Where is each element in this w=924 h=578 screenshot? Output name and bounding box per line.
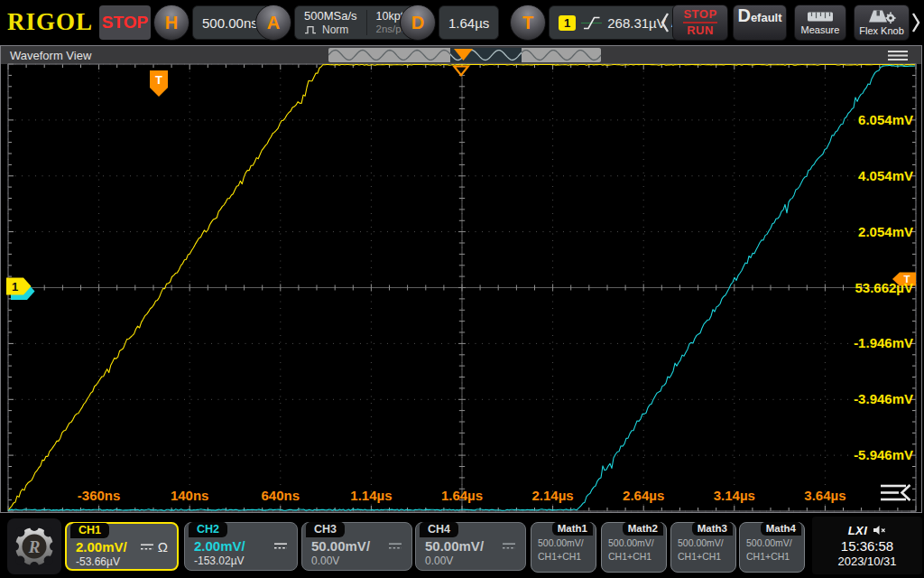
math-4-expression: CH1+CH1 [740, 551, 804, 562]
math-1-tab[interactable]: Math1 [552, 522, 593, 536]
pulse-icon [304, 25, 319, 34]
default-label-cap: D [737, 5, 750, 26]
channel-4-status[interactable]: CH4 50.00mV/ 0.00V [415, 522, 526, 571]
flex-knob-button[interactable]: Flex Knob [854, 5, 910, 41]
math-4-tab[interactable]: Math4 [761, 522, 801, 536]
stop-label: STOP [683, 7, 716, 23]
measure-button[interactable]: Measure [794, 5, 846, 41]
chevron-left-icon [660, 10, 670, 35]
waveform-navigator-scrollbar[interactable] [328, 48, 601, 62]
channel-3-offset: 0.00V [302, 555, 411, 567]
toolbar-scroll-left-button[interactable] [660, 10, 670, 35]
math-2-tab[interactable]: Math2 [623, 522, 663, 536]
system-status-panel[interactable]: LXI 15:36:58 2023/10/31 [812, 517, 922, 574]
horizontal-knob[interactable]: H [153, 5, 189, 41]
channel-3-scale: 50.00mV/ [311, 538, 370, 554]
dc-coupling-icon [502, 542, 516, 550]
flex-knob-label: Flex Knob [859, 25, 904, 36]
math-3-scale: 500.00mV/ [671, 537, 735, 548]
waveform-view-window: Waveform View [0, 45, 922, 513]
system-time: 15:36:58 [841, 538, 893, 554]
trigger-level-value: 268.31µV [607, 15, 666, 31]
oscilloscope-screen: RIGOL STOP H 500.00ns/ A 500MSa/s Norm 1… [0, 0, 924, 578]
impedance-label: Ω [158, 539, 168, 555]
channel-4-scale: 50.00mV/ [425, 538, 484, 554]
channel-3-status[interactable]: CH3 50.00mV/ 0.00V [301, 522, 412, 571]
delay-value[interactable]: 1.64µs [439, 5, 499, 40]
chevron-right-icon [910, 10, 921, 35]
dc-coupling-icon [140, 543, 154, 551]
delay-group: D 1.64µs [400, 5, 499, 41]
math-2-scale: 500.00mV/ [602, 537, 666, 548]
math-3-expression: CH1+CH1 [671, 551, 735, 562]
acquire-knob[interactable]: A [255, 5, 291, 41]
rigol-home-button[interactable]: R [7, 518, 61, 574]
rigol-logo: RIGOL [7, 8, 93, 36]
math-3-tab[interactable]: Math3 [692, 522, 733, 536]
trigger-knob[interactable]: T [510, 5, 546, 41]
channel-2-scale: 2.00mV/ [194, 538, 245, 554]
acquire-mode: Norm [322, 23, 348, 36]
math-2-expression: CH1+CH1 [602, 551, 666, 562]
channel-3-tab[interactable]: CH3 [306, 522, 345, 537]
acquisition-group: A 500MSa/s Norm 10kpts 2ns/pt [255, 5, 419, 41]
svg-text:R: R [28, 537, 41, 556]
titlebar-menu-icon[interactable] [887, 50, 909, 61]
system-date: 2023/10/31 [837, 555, 896, 568]
rising-edge-icon [581, 14, 602, 32]
horizontal-group: H 500.00ns/ [153, 5, 272, 41]
channel-2-offset: -153.02µV [185, 555, 297, 567]
speaker-muted-icon [873, 525, 886, 536]
dc-coupling-icon [388, 542, 402, 550]
top-toolbar: RIGOL STOP H 500.00ns/ A 500MSa/s Norm 1… [0, 0, 924, 45]
sample-rate: 500MSa/s [304, 9, 357, 23]
channel-2-tab[interactable]: CH2 [189, 522, 227, 537]
acquisition-status-badge[interactable]: STOP [99, 5, 151, 40]
ruler-icon [807, 11, 834, 23]
math-2-status[interactable]: Math2 500.00mV/ CH1+CH1 [601, 522, 667, 573]
lxi-label: LXI [848, 524, 868, 537]
channel-2-status[interactable]: CH2 2.00mV/ -153.02µV [184, 522, 298, 571]
channel-1-tab[interactable]: CH1 [70, 523, 109, 538]
channel-1-status[interactable]: CH1 2.00mV/ Ω -53.66µV [65, 522, 179, 571]
default-button[interactable]: Default [733, 5, 787, 41]
view-title: Waveform View [10, 49, 91, 62]
delay-knob[interactable]: D [400, 5, 436, 41]
math-1-scale: 500.00mV/ [531, 537, 596, 548]
channel-1-scale: 2.00mV/ [76, 539, 127, 555]
math-4-scale: 500.00mV/ [740, 537, 804, 548]
dc-coupling-icon [273, 542, 288, 550]
channel-4-offset: 0.00V [416, 555, 525, 567]
math-3-status[interactable]: Math3 500.00mV/ CH1+CH1 [670, 522, 736, 573]
stop-run-button[interactable]: STOP RUN [672, 5, 728, 41]
toolbar-scroll-right-button[interactable] [910, 10, 921, 35]
math-1-expression: CH1+CH1 [531, 551, 596, 562]
math-4-status[interactable]: Math4 500.00mV/ CH1+CH1 [739, 522, 805, 573]
math-1-status[interactable]: Math1 500.00mV/ CH1+CH1 [531, 522, 596, 573]
default-label-rest: efault [751, 11, 782, 24]
trigger-source-badge: 1 [559, 15, 576, 31]
gear-logo-icon: R [11, 523, 58, 570]
flex-knob-icon [866, 9, 897, 23]
run-label: RUN [687, 23, 714, 38]
measure-label: Measure [801, 24, 840, 35]
waveform-view-titlebar: Waveform View [1, 46, 921, 64]
channel-4-tab[interactable]: CH4 [420, 522, 458, 537]
channel-1-offset: -53.66µV [67, 555, 177, 568]
